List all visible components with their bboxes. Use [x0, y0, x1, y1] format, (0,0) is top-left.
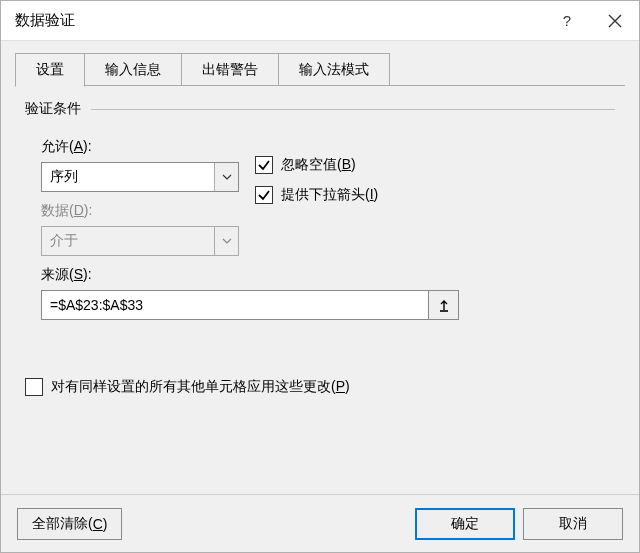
apply-to-others-checkbox[interactable]: 对有同样设置的所有其他单元格应用这些更改(P) [25, 378, 615, 396]
settings-panel: 验证条件 允许(A): 序列 数据(D): 介于 [1, 86, 639, 494]
ok-button[interactable]: 确定 [415, 508, 515, 540]
data-combo-button [214, 227, 238, 255]
check-icon [257, 158, 271, 172]
in-cell-dropdown-checkbox[interactable]: 提供下拉箭头(I) [255, 186, 615, 204]
data-validation-dialog: 数据验证 ? 设置 输入信息 出错警告 输入法模式 验证条件 允许(A): 序列 [0, 0, 640, 553]
group-divider [91, 109, 615, 110]
data-combo: 介于 [41, 226, 239, 256]
chevron-down-icon [222, 174, 232, 180]
range-selector-button[interactable] [429, 290, 459, 320]
checkbox-box [255, 186, 273, 204]
close-button[interactable] [591, 1, 639, 41]
dialog-footer: 全部清除(C) 确定 取消 [1, 494, 639, 552]
close-icon [608, 14, 622, 28]
ignore-blank-label: 忽略空值(B) [281, 156, 356, 174]
tab-settings[interactable]: 设置 [15, 53, 85, 87]
allow-combo-value: 序列 [42, 163, 214, 191]
dialog-title: 数据验证 [15, 11, 543, 30]
tab-error-alert[interactable]: 出错警告 [181, 53, 279, 86]
titlebar: 数据验证 ? [1, 1, 639, 41]
check-icon [257, 188, 271, 202]
clear-all-button[interactable]: 全部清除(C) [17, 508, 122, 540]
ignore-blank-checkbox[interactable]: 忽略空值(B) [255, 156, 615, 174]
checkbox-box [25, 378, 43, 396]
allow-label: 允许(A): [41, 138, 255, 156]
chevron-down-icon [222, 238, 232, 244]
allow-combo[interactable]: 序列 [41, 162, 239, 192]
help-button[interactable]: ? [543, 1, 591, 41]
source-label: 来源(S): [41, 266, 615, 284]
checkbox-box [255, 156, 273, 174]
data-label: 数据(D): [41, 202, 255, 220]
tab-ime-mode[interactable]: 输入法模式 [278, 53, 390, 86]
tab-input-message[interactable]: 输入信息 [84, 53, 182, 86]
cancel-button[interactable]: 取消 [523, 508, 623, 540]
in-cell-dropdown-label: 提供下拉箭头(I) [281, 186, 378, 204]
source-input[interactable] [41, 290, 429, 320]
validation-criteria-group: 验证条件 [25, 100, 615, 118]
range-selector-icon [437, 298, 451, 312]
group-label: 验证条件 [25, 100, 81, 116]
tabstrip: 设置 输入信息 出错警告 输入法模式 [1, 41, 639, 86]
data-combo-value: 介于 [42, 227, 214, 255]
apply-to-others-label: 对有同样设置的所有其他单元格应用这些更改(P) [51, 378, 350, 396]
allow-combo-button[interactable] [214, 163, 238, 191]
